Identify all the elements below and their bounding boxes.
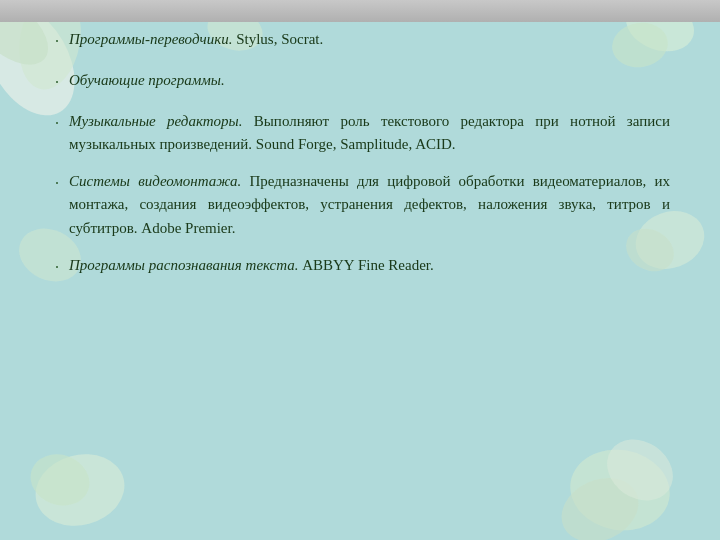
item-normal: Stylus, Socrat. bbox=[232, 31, 323, 47]
bullet-icon: · bbox=[55, 172, 59, 197]
item-italic: Системы видеомонтажа. bbox=[69, 173, 241, 189]
item-italic: Программы распознавания текста. bbox=[69, 257, 298, 273]
item-text: Системы видеомонтажа. Предназначены для … bbox=[69, 170, 670, 240]
bullet-icon: · bbox=[55, 256, 59, 281]
item-text: Музыкальные редакторы. Выполняют роль те… bbox=[69, 110, 670, 157]
list-item: · Музыкальные редакторы. Выполняют роль … bbox=[55, 110, 670, 157]
list-item: · Системы видеомонтажа. Предназначены дл… bbox=[55, 170, 670, 240]
list-item: · Обучающие программы. bbox=[55, 69, 670, 96]
item-italic: Музыкальные редакторы. bbox=[69, 113, 242, 129]
item-italic: Программы-переводчики. bbox=[69, 31, 232, 47]
list-item: · Программы распознавания текста. ABBYY … bbox=[55, 254, 670, 281]
item-text: Программы распознавания текста. ABBYY Fi… bbox=[69, 254, 434, 277]
bullet-icon: · bbox=[55, 112, 59, 137]
item-italic: Обучающие программы. bbox=[69, 72, 225, 88]
bullet-icon: · bbox=[55, 30, 59, 55]
content-area: · Программы-переводчики. Stylus, Socrat.… bbox=[55, 28, 670, 281]
bullet-icon: · bbox=[55, 71, 59, 96]
top-bar bbox=[0, 0, 720, 22]
item-text: Программы-переводчики. Stylus, Socrat. bbox=[69, 28, 323, 51]
item-text: Обучающие программы. bbox=[69, 69, 225, 92]
item-normal: ABBYY Fine Reader. bbox=[298, 257, 433, 273]
list-item: · Программы-переводчики. Stylus, Socrat. bbox=[55, 28, 670, 55]
